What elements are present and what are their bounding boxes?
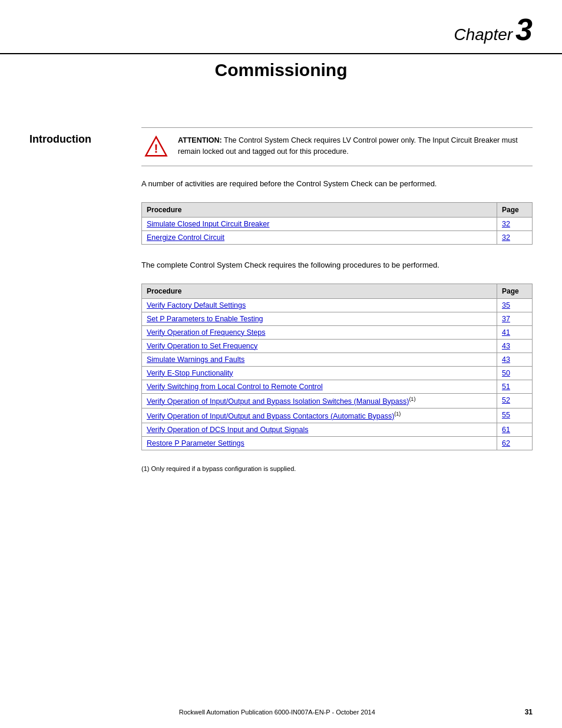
- chapter-header: Chapter3: [0, 0, 562, 54]
- page-link[interactable]: 37: [502, 315, 510, 323]
- procedure-link[interactable]: Simulate Warnings and Faults: [147, 355, 244, 364]
- svg-text:!: !: [154, 141, 158, 155]
- table-1: Procedure Page Simulate Closed Input Cir…: [141, 202, 533, 245]
- table-row: Energize Control Circuit32: [142, 230, 533, 244]
- table-2: Procedure Page Verify Factory Default Se…: [141, 284, 533, 450]
- procedure-link-cell[interactable]: Verify Operation of DCS Input and Output…: [142, 423, 497, 436]
- page-num-cell: 41: [497, 325, 533, 339]
- footnote-marker: (1): [141, 465, 149, 472]
- procedure-link-cell[interactable]: Restore P Parameter Settings: [142, 436, 497, 450]
- chapter-label: Chapter: [454, 25, 513, 44]
- procedure-link-cell[interactable]: Set P Parameters to Enable Testing: [142, 312, 497, 325]
- table-row: Simulate Warnings and Faults43: [142, 353, 533, 366]
- page-link[interactable]: 55: [502, 411, 510, 419]
- procedure-link-cell[interactable]: Verify Operation of Frequency Steps: [142, 325, 497, 339]
- table-row: Verify Switching from Local Control to R…: [142, 380, 533, 393]
- table1-col2-header: Page: [497, 202, 533, 217]
- page-num-cell: 50: [497, 366, 533, 380]
- footer-center: Rockwell Automation Publication 6000-IN0…: [29, 709, 525, 716]
- page-link[interactable]: 51: [502, 383, 510, 391]
- procedure-link[interactable]: Verify Operation of Input/Output and Byp…: [147, 412, 394, 420]
- procedure-link[interactable]: Verify Factory Default Settings: [147, 301, 246, 309]
- page-link[interactable]: 50: [502, 369, 510, 377]
- page-link[interactable]: 52: [502, 396, 510, 404]
- procedure-link[interactable]: Verify E-Stop Functionality: [147, 369, 233, 377]
- table-row: Verify Factory Default Settings35: [142, 298, 533, 312]
- procedure-link-cell[interactable]: Verify Operation of Input/Output and Byp…: [142, 393, 497, 408]
- procedure-link-cell[interactable]: Verify Operation of Input/Output and Byp…: [142, 408, 497, 423]
- page-num-cell: 43: [497, 353, 533, 366]
- page-link[interactable]: 41: [502, 328, 510, 337]
- page-num-cell: 55: [497, 408, 533, 423]
- attention-body: The Control System Check requires LV Con…: [178, 136, 518, 156]
- page-num-cell: 51: [497, 380, 533, 393]
- procedure-link[interactable]: Energize Control Circuit: [147, 233, 224, 242]
- page-container: Chapter3 Commissioning Introduction ! AT…: [0, 0, 562, 728]
- footer-page-number: 31: [525, 708, 533, 716]
- footnote: (1) Only required if a bypass configurat…: [141, 465, 533, 472]
- table-row: Verify Operation of Input/Output and Byp…: [142, 393, 533, 408]
- page-num-cell: 37: [497, 312, 533, 325]
- table-row: Verify E-Stop Functionality50: [142, 366, 533, 380]
- table-row: Restore P Parameter Settings62: [142, 436, 533, 450]
- page-link[interactable]: 62: [502, 439, 510, 447]
- page-num-cell: 61: [497, 423, 533, 436]
- page-link[interactable]: 32: [502, 233, 510, 242]
- page-link[interactable]: 32: [502, 220, 510, 228]
- procedure-link[interactable]: Verify Operation of Input/Output and Byp…: [147, 397, 409, 406]
- page-footer: Rockwell Automation Publication 6000-IN0…: [29, 708, 533, 716]
- table2-col2-header: Page: [497, 284, 533, 298]
- main-content: ! ATTENTION: The Control System Check re…: [124, 127, 533, 472]
- intro-paragraph-1: A number of activities are required befo…: [141, 178, 533, 190]
- attention-text: ATTENTION: The Control System Check requ…: [178, 135, 533, 157]
- page-link[interactable]: 43: [502, 342, 510, 350]
- procedure-link[interactable]: Restore P Parameter Settings: [147, 439, 244, 447]
- footnote-text: Only required if a bypass configuration …: [151, 465, 296, 472]
- procedure-link-cell[interactable]: Simulate Warnings and Faults: [142, 353, 497, 366]
- page-link[interactable]: 35: [502, 301, 510, 309]
- procedure-link[interactable]: Verify Switching from Local Control to R…: [147, 383, 323, 391]
- section-title: Introduction: [29, 133, 124, 146]
- footnote-ref: (1): [409, 396, 415, 402]
- attention-icon: !: [141, 135, 171, 159]
- procedure-link-cell[interactable]: Simulate Closed Input Circuit Breaker: [142, 217, 497, 230]
- procedure-link[interactable]: Verify Operation of Frequency Steps: [147, 328, 266, 337]
- table1-col1-header: Procedure: [142, 202, 497, 217]
- page-num-cell: 32: [497, 217, 533, 230]
- attention-box: ! ATTENTION: The Control System Check re…: [141, 127, 533, 166]
- procedure-link[interactable]: Verify Operation to Set Frequency: [147, 342, 257, 350]
- procedure-link[interactable]: Verify Operation of DCS Input and Output…: [147, 426, 308, 434]
- procedure-link[interactable]: Set P Parameters to Enable Testing: [147, 315, 263, 323]
- table2-col1-header: Procedure: [142, 284, 497, 298]
- table-row: Verify Operation of DCS Input and Output…: [142, 423, 533, 436]
- page-num-cell: 43: [497, 339, 533, 353]
- left-sidebar: Introduction: [29, 127, 124, 472]
- page-title: Commissioning: [0, 54, 562, 80]
- table-row: Set P Parameters to Enable Testing37: [142, 312, 533, 325]
- page-link[interactable]: 43: [502, 355, 510, 364]
- footnote-ref: (1): [394, 411, 401, 417]
- page-num-cell: 32: [497, 230, 533, 244]
- procedure-link-cell[interactable]: Verify Factory Default Settings: [142, 298, 497, 312]
- table-row: Verify Operation of Input/Output and Byp…: [142, 408, 533, 423]
- page-num-cell: 35: [497, 298, 533, 312]
- page-num-cell: 62: [497, 436, 533, 450]
- attention-label: ATTENTION:: [178, 136, 222, 144]
- procedure-link-cell[interactable]: Energize Control Circuit: [142, 230, 497, 244]
- table-row: Simulate Closed Input Circuit Breaker32: [142, 217, 533, 230]
- table-row: Verify Operation of Frequency Steps41: [142, 325, 533, 339]
- content-area: Introduction ! ATTENTION: The Control Sy…: [0, 104, 562, 496]
- procedure-link-cell[interactable]: Verify E-Stop Functionality: [142, 366, 497, 380]
- page-link[interactable]: 61: [502, 426, 510, 434]
- page-num-cell: 52: [497, 393, 533, 408]
- warning-triangle-icon: !: [144, 135, 168, 159]
- procedure-link-cell[interactable]: Verify Operation to Set Frequency: [142, 339, 497, 353]
- procedure-link-cell[interactable]: Verify Switching from Local Control to R…: [142, 380, 497, 393]
- table-row: Verify Operation to Set Frequency43: [142, 339, 533, 353]
- intro-paragraph-2: The complete Control System Check requir…: [141, 259, 533, 272]
- procedure-link[interactable]: Simulate Closed Input Circuit Breaker: [147, 220, 269, 228]
- chapter-number: 3: [515, 12, 533, 47]
